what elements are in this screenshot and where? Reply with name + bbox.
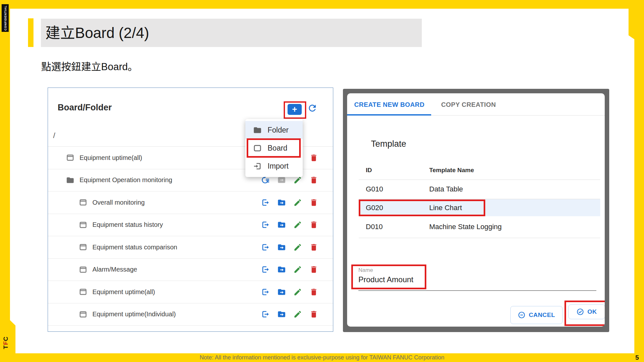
export-icon[interactable] [261, 310, 270, 319]
add-button[interactable]: + [288, 104, 302, 115]
row-actions [261, 281, 318, 303]
menu-item-label: Folder [268, 126, 289, 135]
list-item-label: Equipment Operation monitoring [80, 176, 172, 184]
board-icon [79, 310, 87, 319]
divider [359, 180, 600, 180]
tfc-letter-c: C [2, 336, 9, 341]
row-actions [261, 303, 318, 326]
list-item[interactable]: Alarm/Message [48, 259, 333, 281]
list-item-label: Alarm/Message [92, 266, 137, 273]
move-to-folder-icon[interactable] [277, 198, 286, 207]
edit-icon[interactable] [293, 220, 302, 229]
template-section-title: Template [371, 139, 406, 149]
table-cell-id[interactable]: D010 [366, 223, 383, 231]
list-item[interactable]: Equipment uptime(Individual) [48, 303, 333, 326]
menu-item-label: Import [268, 162, 289, 171]
refresh-icon[interactable] [307, 103, 317, 113]
tfc-logo: TFC [1, 333, 10, 353]
table-cell-name[interactable]: Data Table [429, 185, 463, 193]
top-right-yellow-corner [629, 9, 644, 39]
confidential-label: CONFIDENTIAL [2, 4, 9, 32]
page-number: 5 [635, 354, 639, 361]
delete-icon[interactable] [309, 220, 318, 229]
board-icon [79, 221, 87, 229]
slide-subtitle: 點選按鈕建立Board。 [41, 59, 138, 73]
list-item-label: Equipment status comparison [92, 244, 177, 251]
cancel-button-label: CANCEL [529, 311, 555, 319]
list-item[interactable]: Equipment status comparison [48, 236, 333, 259]
list-item-label: Equipment uptime(Individual) [92, 311, 176, 318]
row-actions [261, 259, 318, 281]
top-yellow-bar [0, 0, 644, 9]
footer-note: Note: All the information mentioned is e… [200, 354, 444, 361]
list-item-label: Equipment uptime(all) [80, 154, 142, 162]
tab-create-new-board[interactable]: CREATE NEW BOARD [354, 101, 424, 108]
move-to-folder-icon[interactable] [277, 310, 286, 319]
list-item-label: Overall monitoring [92, 199, 145, 206]
delete-icon[interactable] [309, 198, 318, 207]
tfc-letter-t: T [2, 345, 9, 349]
folder-icon [253, 126, 262, 135]
list-item[interactable]: Equipment uptime(all) [48, 281, 333, 303]
menu-item-import[interactable]: Import [245, 157, 303, 175]
export-icon[interactable] [261, 288, 270, 296]
column-header-template-name: Template Name [429, 167, 474, 174]
move-to-folder-icon[interactable] [277, 220, 286, 229]
delete-icon[interactable] [309, 288, 318, 296]
menu-item-folder[interactable]: Folder [245, 121, 303, 139]
add-dropdown-menu: Folder Board Import [245, 119, 303, 177]
delete-icon[interactable] [309, 265, 318, 274]
ok-button[interactable]: OK [568, 304, 605, 319]
edit-icon[interactable] [293, 198, 302, 207]
create-board-dialog: CREATE NEW BOARD COPY CREATION Template … [347, 93, 605, 327]
selected-row-annotation-box [359, 200, 485, 216]
minus-circle-icon [518, 311, 526, 319]
move-to-folder-icon[interactable] [277, 243, 286, 252]
divider [359, 238, 600, 238]
slide: CONFIDENTIAL TFC 建立Board (2/4) 點選按鈕建立Boa… [0, 0, 644, 362]
row-actions [261, 191, 318, 214]
edit-icon[interactable] [293, 310, 302, 319]
ok-button-label: OK [587, 308, 597, 315]
right-yellow-bar [634, 9, 644, 353]
panel-title: Board/Folder [58, 103, 112, 113]
board-icon [79, 198, 87, 207]
move-to-folder-icon-disabled [277, 176, 286, 184]
delete-icon[interactable] [309, 153, 318, 162]
page-title: 建立Board (2/4) [45, 19, 149, 47]
board-icon [79, 243, 87, 251]
board-menu-annotation-box [247, 138, 301, 158]
row-actions [261, 214, 318, 236]
sort-list-icon[interactable] [261, 176, 270, 184]
export-icon[interactable] [261, 243, 270, 252]
move-to-folder-icon[interactable] [277, 288, 286, 296]
name-field-annotation-box [351, 265, 426, 289]
breadcrumb-path: / [53, 131, 55, 140]
tfc-letter-f: F [2, 341, 9, 345]
list-item[interactable]: Overall monitoring [48, 191, 333, 214]
board-icon [79, 288, 87, 296]
list-item-label: Equipment status history [92, 221, 163, 228]
check-circle-icon [576, 308, 584, 316]
board-icon [79, 265, 87, 274]
list-item[interactable]: Equipment status history [48, 214, 333, 237]
dialog-backdrop: CREATE NEW BOARD COPY CREATION Template … [343, 89, 609, 332]
export-icon[interactable] [261, 265, 270, 274]
cancel-button[interactable]: CANCEL [510, 306, 563, 324]
edit-icon[interactable] [293, 288, 302, 296]
delete-icon[interactable] [309, 243, 318, 252]
edit-icon[interactable] [293, 243, 302, 252]
delete-icon[interactable] [309, 176, 318, 184]
table-cell-id[interactable]: G010 [366, 185, 383, 193]
name-input-underline [358, 290, 596, 291]
export-icon[interactable] [261, 220, 270, 229]
list-item-label: Equipment uptime(all) [92, 288, 155, 296]
delete-icon[interactable] [309, 310, 318, 319]
import-icon [253, 162, 262, 171]
edit-icon[interactable] [293, 176, 302, 184]
table-cell-name[interactable]: Machine State Logging [429, 223, 502, 231]
move-to-folder-icon[interactable] [277, 265, 286, 274]
edit-icon[interactable] [293, 265, 302, 274]
export-icon[interactable] [261, 198, 270, 207]
tab-copy-creation[interactable]: COPY CREATION [441, 101, 496, 108]
